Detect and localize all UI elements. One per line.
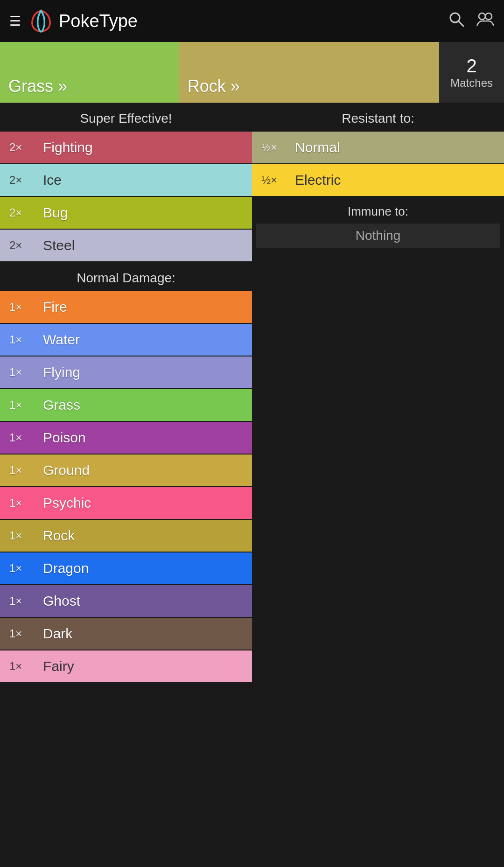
- type-rock-button[interactable]: Rock »: [179, 42, 440, 103]
- list-item[interactable]: 1× Fire: [0, 291, 252, 323]
- right-column: Resistant to: ½× Normal ½× Electric Immu…: [252, 103, 504, 683]
- matches-label: Matches: [450, 77, 493, 90]
- svg-point-3: [485, 13, 492, 20]
- menu-icon[interactable]: ☰: [9, 14, 21, 29]
- normal-damage-header: Normal Damage:: [0, 262, 252, 291]
- main-content: Super Effective! 2× Fighting 2× Ice 2× B…: [0, 103, 504, 683]
- list-item[interactable]: 2× Bug: [0, 197, 252, 229]
- immune-header: Immune to:: [252, 197, 504, 224]
- matches-count: 2: [467, 56, 477, 77]
- type-grass-button[interactable]: Grass »: [0, 42, 179, 103]
- list-item[interactable]: 2× Fighting: [0, 132, 252, 163]
- header-actions: [448, 11, 495, 31]
- list-item[interactable]: 1× Poison: [0, 422, 252, 454]
- immune-nothing: Nothing: [256, 224, 500, 248]
- matches-box: 2 Matches: [439, 42, 504, 103]
- list-item[interactable]: 1× Fairy: [0, 650, 252, 682]
- list-item[interactable]: 1× Ground: [0, 454, 252, 486]
- resistant-header: Resistant to:: [252, 103, 504, 132]
- list-item[interactable]: 1× Grass: [0, 389, 252, 421]
- app-title: PokeType: [59, 11, 448, 31]
- list-item[interactable]: 1× Dragon: [0, 552, 252, 584]
- svg-line-1: [458, 21, 463, 26]
- search-icon[interactable]: [448, 11, 465, 31]
- profile-icon[interactable]: [476, 11, 495, 31]
- svg-point-2: [479, 13, 485, 20]
- list-item[interactable]: 1× Ghost: [0, 585, 252, 617]
- list-item[interactable]: 2× Steel: [0, 230, 252, 261]
- super-effective-header: Super Effective!: [0, 103, 252, 132]
- app-logo: [28, 8, 54, 34]
- left-column: Super Effective! 2× Fighting 2× Ice 2× B…: [0, 103, 252, 683]
- list-item[interactable]: ½× Electric: [252, 164, 504, 196]
- list-item[interactable]: 1× Flying: [0, 357, 252, 388]
- list-item[interactable]: 1× Dark: [0, 618, 252, 650]
- header: ☰ PokeType: [0, 0, 504, 42]
- list-item[interactable]: 1× Rock: [0, 520, 252, 552]
- list-item[interactable]: 1× Water: [0, 324, 252, 356]
- list-item[interactable]: 1× Psychic: [0, 487, 252, 519]
- list-item[interactable]: 2× Ice: [0, 164, 252, 196]
- list-item[interactable]: ½× Normal: [252, 132, 504, 163]
- type-selector: Grass » Rock » 2 Matches: [0, 42, 504, 103]
